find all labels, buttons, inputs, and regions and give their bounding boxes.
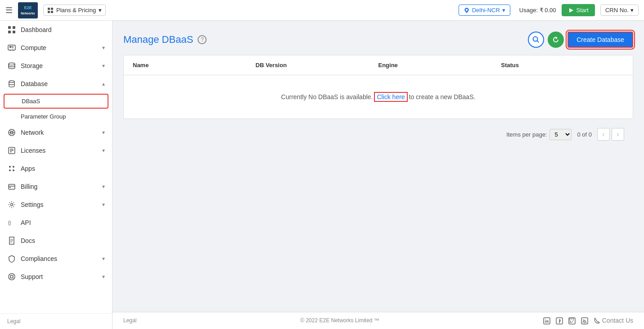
licenses-chevron: ▾: [102, 147, 105, 154]
col-name: Name: [133, 62, 256, 69]
empty-message-suffix: to create a new DBaaS.: [409, 93, 476, 101]
svg-rect-14: [9, 46, 11, 48]
sidebar-item-apps[interactable]: Apps: [0, 160, 112, 178]
svg-rect-6: [51, 11, 53, 13]
start-icon: [568, 7, 574, 14]
page-nav: ‹ ›: [597, 128, 624, 141]
storage-icon: [7, 61, 16, 70]
col-db-version: DB Version: [256, 62, 378, 69]
search-button[interactable]: [528, 32, 544, 48]
empty-message-prefix: Currently No DBaaS is available.: [281, 93, 373, 101]
sidebar-item-compute[interactable]: Compute ▾: [0, 39, 112, 57]
sidebar-item-apps-label: Apps: [21, 165, 105, 172]
dbaas-table: Name DB Version Engine Status Currently …: [123, 55, 633, 119]
sidebar-item-storage[interactable]: Storage ▾: [0, 57, 112, 75]
page-count: 0 of 0: [577, 131, 592, 138]
legal-footer-link[interactable]: Legal: [123, 317, 136, 324]
svg-point-28: [9, 166, 11, 168]
svg-point-35: [11, 204, 13, 206]
sidebar-item-dashboard[interactable]: Dashboard: [0, 21, 112, 39]
sidebar-item-billing[interactable]: Billing ▾: [0, 178, 112, 196]
sidebar: Dashboard Compute ▾ Storage ▾ Database ▴: [0, 21, 113, 329]
docs-icon: [7, 236, 16, 245]
sidebar-item-licenses[interactable]: Licenses ▾: [0, 142, 112, 160]
col-status: Status: [501, 62, 624, 69]
svg-rect-9: [8, 26, 11, 29]
create-database-button[interactable]: Create Database: [567, 32, 633, 48]
sidebar-item-compute-label: Compute: [21, 44, 98, 51]
sidebar-item-network-label: Network: [21, 129, 98, 136]
database-icon: [7, 79, 16, 88]
refresh-button[interactable]: [548, 32, 564, 48]
rss-icon[interactable]: [581, 317, 588, 324]
sidebar-item-dashboard-label: Dashboard: [21, 26, 105, 33]
svg-point-47: [533, 37, 538, 41]
svg-point-56: [582, 322, 583, 323]
page-title: Manage DBaaS: [123, 34, 193, 46]
table-empty-state: Currently No DBaaS is available. Click h…: [124, 75, 633, 119]
region-selector[interactable]: Delhi-NCR ▾: [459, 5, 510, 16]
items-per-page: Items per page: 5 10 25: [506, 129, 572, 140]
facebook-icon[interactable]: [556, 317, 563, 324]
start-button[interactable]: Start: [562, 4, 595, 16]
footer-social: Contact Us: [543, 317, 633, 324]
svg-point-30: [9, 169, 11, 171]
topbar: ☰ E2E Networks Plans & Pricing ▾ Delhi-N…: [0, 0, 644, 21]
sidebar-item-network[interactable]: Network ▾: [0, 123, 112, 142]
twitter-icon[interactable]: [568, 317, 576, 324]
contact-us-button[interactable]: Contact Us: [594, 317, 633, 324]
crn-selector[interactable]: CRN No. ▾: [600, 5, 639, 16]
header-actions: Create Database: [528, 32, 633, 48]
legal-link[interactable]: Legal: [7, 318, 20, 324]
menu-icon[interactable]: ☰: [5, 5, 13, 15]
api-icon: {}: [7, 218, 16, 227]
sidebar-item-support[interactable]: Support ▾: [0, 268, 112, 286]
svg-text:Networks: Networks: [21, 12, 35, 15]
linkedin-icon[interactable]: [543, 317, 550, 324]
layout: Dashboard Compute ▾ Storage ▾ Database ▴: [0, 21, 644, 329]
svg-rect-34: [9, 187, 11, 188]
compute-chevron: ▾: [102, 45, 105, 51]
prev-page-button[interactable]: ‹: [597, 128, 610, 141]
sidebar-item-compliances[interactable]: Compliances ▾: [0, 250, 112, 268]
sidebar-item-api[interactable]: {} API: [0, 214, 112, 232]
sidebar-item-compliances-label: Compliances: [21, 255, 98, 262]
sidebar-sub-item-parameter-group[interactable]: Parameter Group: [0, 110, 112, 123]
storage-chevron: ▾: [102, 63, 105, 69]
sidebar-item-settings[interactable]: Settings ▾: [0, 196, 112, 214]
settings-chevron: ▾: [102, 201, 105, 208]
svg-rect-11: [8, 31, 11, 33]
svg-rect-12: [13, 31, 15, 33]
billing-icon: [7, 182, 16, 191]
sidebar-item-settings-label: Settings: [21, 201, 98, 208]
copyright-text: © 2022 E2E Networks Limited ™: [300, 317, 379, 324]
svg-line-43: [9, 274, 11, 276]
region-label: Delhi-NCR: [472, 7, 500, 14]
help-icon[interactable]: ?: [198, 35, 207, 44]
svg-rect-4: [51, 8, 53, 10]
next-page-button[interactable]: ›: [612, 128, 624, 141]
items-per-page-label: Items per page:: [506, 131, 547, 138]
svg-rect-5: [48, 11, 50, 13]
dashboard-icon: [7, 25, 16, 34]
svg-line-46: [13, 278, 14, 279]
sidebar-item-api-label: API: [21, 219, 105, 226]
footer: Legal © 2022 E2E Networks Limited ™: [113, 312, 644, 329]
apps-icon: [7, 164, 16, 173]
project-selector[interactable]: Plans & Pricing ▾: [43, 5, 106, 16]
page-header: Manage DBaaS ?: [123, 32, 633, 48]
sidebar-item-database[interactable]: Database ▴: [0, 75, 112, 93]
sidebar-item-docs[interactable]: Docs: [0, 232, 112, 250]
svg-rect-10: [13, 26, 15, 29]
network-chevron: ▾: [102, 129, 105, 136]
svg-point-52: [545, 319, 546, 320]
click-here-link[interactable]: Click here: [374, 92, 407, 101]
sidebar-item-billing-label: Billing: [21, 183, 98, 190]
items-per-page-select[interactable]: 5 10 25: [549, 129, 572, 140]
svg-point-29: [13, 166, 14, 168]
crn-chevron: ▾: [630, 7, 634, 14]
project-label: Plans & Pricing: [56, 7, 96, 14]
sidebar-sub-item-dbaas[interactable]: DBaaS: [4, 94, 108, 109]
svg-text:{}: {}: [8, 220, 11, 225]
svg-point-31: [13, 169, 14, 171]
